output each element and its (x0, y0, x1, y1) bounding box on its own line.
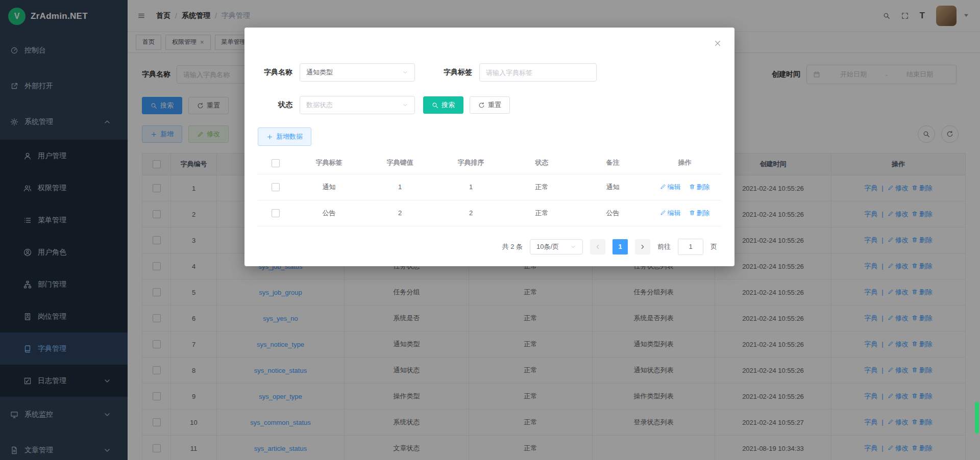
pagination-total: 共 2 条 (502, 242, 523, 251)
chevron-down-icon (402, 102, 408, 108)
column-header: 状态 (506, 152, 577, 174)
dialog-dict-name-label: 字典名称 (258, 68, 292, 77)
dict-label-cell: 公告 (293, 200, 364, 226)
dialog-status-label: 状态 (258, 100, 292, 110)
add-data-button[interactable]: 新增数据 (258, 127, 311, 146)
remark-cell: 公告 (577, 200, 648, 226)
add-data-label: 新增数据 (276, 132, 303, 141)
current-page-button[interactable]: 1 (612, 239, 628, 254)
goto-page-input[interactable] (678, 239, 703, 255)
row-checkbox[interactable] (272, 209, 280, 217)
page-unit-label: 页 (710, 242, 717, 251)
delete-link[interactable]: 删除 (689, 183, 710, 191)
column-header: 字典键值 (364, 152, 435, 174)
dict-name-select[interactable]: 通知类型 (300, 63, 415, 82)
dialog-filter-row-1: 字典名称 通知类型 字典标签 (258, 63, 721, 82)
column-header: 备注 (577, 152, 648, 174)
app-root: V ZrAdmin.NET 控制台外部打开系统管理用户管理权限管理菜单管理用户角… (0, 0, 980, 460)
dialog-close-button[interactable] (714, 40, 721, 49)
status-select[interactable]: 数据状态 (300, 96, 415, 114)
dialog-search-label: 搜索 (442, 100, 455, 110)
dialog-reset-label: 重置 (488, 100, 501, 110)
status-cell: 正常 (506, 200, 577, 226)
dict-data-table-body: 通知11正常通知编辑删除公告22正常公告编辑删除 (258, 174, 721, 226)
next-page-button[interactable] (635, 239, 650, 254)
refresh-icon (478, 102, 485, 109)
close-icon (714, 40, 721, 47)
chevron-right-icon (639, 243, 646, 250)
dialog-filter-row-2: 状态 数据状态 搜索 重置 (258, 96, 721, 114)
pencil-icon (660, 210, 666, 216)
search-icon (432, 102, 438, 109)
dialog-dict-label-label: 字典标签 (437, 68, 472, 77)
dict-label-input[interactable] (479, 63, 597, 82)
select-all-cell (258, 152, 293, 174)
pencil-icon (660, 184, 666, 190)
trash-icon (689, 184, 695, 190)
column-header: 字典排序 (435, 152, 506, 174)
dict-value-cell: 2 (364, 200, 435, 226)
edit-link[interactable]: 编辑 (660, 209, 681, 217)
dialog-table-row: 公告22正常公告编辑删除 (258, 200, 721, 226)
dict-data-dialog: 字典名称 通知类型 字典标签 状态 数据状态 搜索 重置 新增数据 字典标签字典… (244, 28, 734, 266)
edit-link[interactable]: 编辑 (660, 183, 681, 191)
select-all-checkbox[interactable] (272, 159, 280, 167)
dict-name-select-value: 通知类型 (306, 68, 333, 77)
dict-data-table: 字典标签字典键值字典排序状态备注操作 通知11正常通知编辑删除公告22正常公告编… (258, 152, 721, 226)
goto-label: 前往 (657, 242, 671, 251)
dialog-reset-button[interactable]: 重置 (470, 96, 510, 114)
column-header: 字典标签 (293, 152, 364, 174)
chevron-down-icon (570, 244, 576, 250)
status-select-placeholder: 数据状态 (306, 100, 333, 110)
dict-sort-cell: 1 (435, 174, 506, 200)
dialog-search-button[interactable]: 搜索 (423, 96, 463, 114)
pagination: 共 2 条 10条/页 1 前往 页 (258, 239, 721, 255)
dict-value-cell: 1 (364, 174, 435, 200)
chevron-down-icon (402, 69, 408, 75)
scrollbar-thumb[interactable] (975, 402, 979, 433)
page-size-value: 10条/页 (536, 242, 559, 251)
plus-icon (266, 134, 273, 140)
dict-label-cell: 通知 (293, 174, 364, 200)
status-cell: 正常 (506, 174, 577, 200)
dialog-table-row: 通知11正常通知编辑删除 (258, 174, 721, 200)
page-size-select[interactable]: 10条/页 (530, 239, 583, 254)
dict-data-table-header: 字典标签字典键值字典排序状态备注操作 (258, 152, 721, 174)
trash-icon (689, 210, 695, 216)
row-checkbox[interactable] (272, 183, 280, 191)
dict-sort-cell: 2 (435, 200, 506, 226)
prev-page-button[interactable] (590, 239, 605, 254)
chevron-left-icon (594, 243, 601, 250)
header-row: 字典标签字典键值字典排序状态备注操作 (258, 152, 721, 174)
remark-cell: 通知 (577, 174, 648, 200)
delete-link[interactable]: 删除 (689, 209, 710, 217)
column-header: 操作 (648, 152, 721, 174)
